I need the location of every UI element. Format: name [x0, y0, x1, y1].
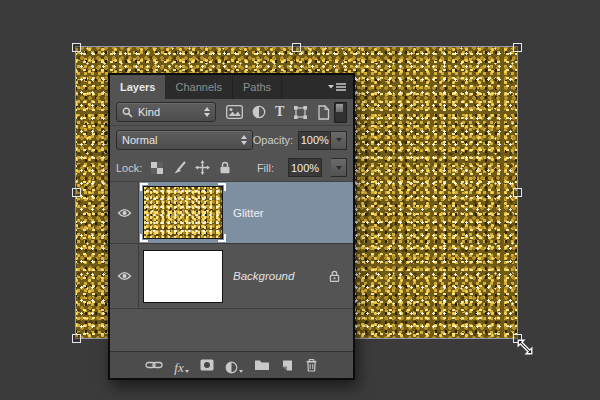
layer-mask-icon — [200, 359, 214, 371]
tab-channels-label: Channels — [175, 81, 221, 93]
fx-icon: fx — [174, 361, 183, 374]
thumb-bracket — [218, 234, 226, 242]
lock-transparent-pixels-icon[interactable] — [151, 162, 163, 174]
layer-row-background[interactable]: Background — [110, 244, 353, 309]
layer-thumbnail-background[interactable] — [143, 250, 223, 303]
toggle-knob — [336, 104, 343, 112]
thumb-bracket — [140, 183, 148, 191]
blend-mode-row: Normal Opacity: 100% — [110, 126, 353, 154]
fill-label: Fill: — [257, 162, 274, 174]
smart-object-filter-icon[interactable] — [317, 105, 330, 120]
white-thumbnail-image — [143, 250, 223, 303]
transform-handle-mid-left[interactable] — [72, 188, 81, 197]
adjustment-layer-filter-icon[interactable] — [252, 105, 266, 119]
transform-handle-bottom-left[interactable] — [72, 334, 81, 343]
fill-slider-button[interactable] — [331, 158, 347, 177]
opacity-slider-button[interactable] — [331, 131, 347, 150]
layer-row-main[interactable]: Background — [139, 244, 353, 308]
new-adjustment-layer-button[interactable] — [225, 356, 243, 374]
eye-icon — [117, 271, 132, 281]
filter-kind-dropdown[interactable]: Kind — [116, 102, 216, 122]
fill-value: 100% — [291, 162, 319, 174]
panel-menu-icon — [328, 82, 347, 92]
layer-name-glitter: Glitter — [233, 207, 264, 219]
tab-channels[interactable]: Channels — [165, 75, 232, 99]
dropdown-spinner-icon — [235, 135, 247, 145]
link-layers-button[interactable] — [145, 356, 163, 374]
tab-paths[interactable]: Paths — [233, 75, 282, 99]
layer-styles-button[interactable]: fx — [174, 356, 188, 374]
new-layer-icon — [281, 359, 294, 372]
trash-icon — [305, 358, 318, 372]
resize-cursor-icon — [516, 338, 534, 356]
transform-handle-top-right[interactable] — [513, 43, 522, 52]
photoshop-workspace: Layers Channels Paths Kind — [0, 0, 600, 400]
lock-icon — [329, 270, 340, 282]
tab-layers-label: Layers — [120, 81, 155, 93]
panel-tabbar: Layers Channels Paths — [110, 75, 353, 99]
lock-position-icon[interactable] — [195, 160, 210, 175]
dropdown-spinner-icon — [198, 107, 210, 117]
add-layer-mask-button[interactable] — [200, 356, 214, 374]
filter-toggle-switch[interactable] — [334, 102, 347, 123]
lock-label: Lock: — [116, 162, 142, 174]
chevron-down-icon — [185, 370, 189, 373]
chevron-down-icon — [336, 138, 342, 142]
new-layer-button[interactable] — [281, 356, 294, 374]
folder-icon — [254, 359, 270, 371]
search-icon — [122, 107, 133, 118]
blend-mode-value: Normal — [122, 134, 157, 146]
thumb-bracket — [218, 183, 226, 191]
layers-panel-toolbar: fx — [110, 351, 353, 378]
layer-name-background: Background — [233, 270, 294, 282]
filter-type-icons: T — [226, 105, 330, 120]
blend-mode-dropdown[interactable]: Normal — [116, 130, 253, 150]
delete-layer-button[interactable] — [305, 356, 318, 374]
lock-image-pixels-icon[interactable] — [172, 161, 186, 175]
fill-value-field[interactable]: 100% — [288, 158, 322, 177]
shape-layer-filter-icon[interactable] — [293, 105, 308, 120]
lock-row: Lock: — [110, 154, 353, 182]
tab-paths-label: Paths — [243, 81, 271, 93]
layer-thumbnail-glitter[interactable] — [143, 186, 223, 239]
transform-handle-top-left[interactable] — [72, 43, 81, 52]
transform-handle-mid-right[interactable] — [513, 188, 522, 197]
background-locked-indicator — [329, 270, 340, 282]
adjustment-layer-icon — [225, 361, 238, 374]
panel-menu-button[interactable] — [322, 75, 353, 99]
glitter-thumbnail-image — [143, 186, 223, 239]
type-layer-filter-icon[interactable]: T — [275, 105, 284, 119]
filter-kind-label: Kind — [138, 106, 160, 118]
transform-handle-top-center[interactable] — [292, 43, 301, 52]
chevron-down-icon — [239, 370, 243, 373]
layers-list: Glitter Background — [110, 182, 353, 351]
layer-row-glitter[interactable]: Glitter — [110, 182, 353, 244]
layer-filter-row: Kind T — [110, 99, 353, 126]
lock-all-icon[interactable] — [219, 161, 231, 174]
thumb-bracket — [140, 234, 148, 242]
visibility-toggle[interactable] — [110, 182, 139, 243]
opacity-value-field[interactable]: 100% — [298, 131, 331, 150]
opacity-value: 100% — [301, 134, 329, 146]
new-group-button[interactable] — [254, 356, 270, 374]
layers-panel: Layers Channels Paths Kind — [108, 73, 355, 380]
layer-row-main[interactable]: Glitter — [139, 182, 353, 243]
chevron-down-icon — [336, 166, 342, 170]
tab-layers[interactable]: Layers — [110, 75, 165, 99]
eye-icon — [117, 208, 132, 218]
opacity-label: Opacity: — [253, 134, 293, 146]
pixel-layer-filter-icon[interactable] — [226, 105, 243, 119]
visibility-toggle[interactable] — [110, 244, 139, 308]
link-icon — [145, 360, 163, 370]
